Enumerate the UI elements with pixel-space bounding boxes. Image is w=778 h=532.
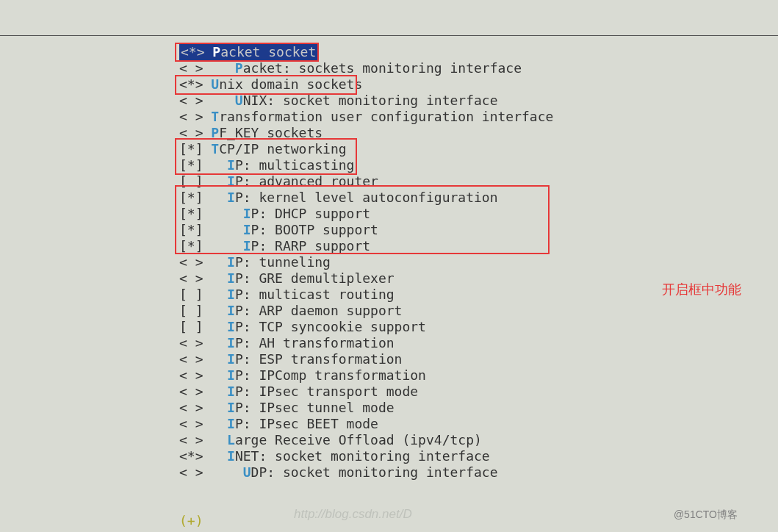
menu-item[interactable]: < > Transformation user configuration in… <box>179 109 553 125</box>
annotation-text: 开启框中功能 <box>662 281 741 298</box>
menu-item[interactable]: [ ] IP: ARP daemon support <box>179 303 553 319</box>
menu-item[interactable]: [*] TCP/IP networking <box>179 141 553 157</box>
menu-item[interactable]: < > IP: GRE demultiplexer <box>179 270 553 287</box>
menuconfig-list: <*> Packet socket< > Packet: sockets mon… <box>179 44 553 481</box>
menu-item[interactable]: [*] IP: RARP support <box>179 238 553 254</box>
menu-item[interactable]: [*] IP: kernel level autoconfiguration <box>179 190 553 206</box>
menu-item[interactable]: [*] IP: BOOTP support <box>179 222 553 238</box>
scroll-indicator: (+) <box>179 513 203 528</box>
menu-item[interactable]: < > IP: IPsec transport mode <box>179 384 553 400</box>
menu-item[interactable]: < > IP: IPComp transformation <box>179 367 553 384</box>
watermark-url: http://blog.csdn.net/D <box>294 507 412 522</box>
menu-item[interactable]: < > Packet: sockets monitoring interface <box>179 60 553 76</box>
menu-item[interactable]: < > IP: IPsec BEET mode <box>179 416 553 432</box>
menu-item[interactable]: [ ] IP: multicast routing <box>179 287 553 303</box>
menu-item[interactable]: < > IP: IPsec tunnel mode <box>179 400 553 416</box>
menu-item[interactable]: [*] IP: DHCP support <box>179 206 553 222</box>
menu-item[interactable]: < > IP: tunneling <box>179 254 553 270</box>
menu-item[interactable]: < > PF_KEY sockets <box>179 125 553 141</box>
menu-item[interactable]: < > Large Receive Offload (ipv4/tcp) <box>179 432 553 448</box>
menu-item[interactable]: <*> INET: socket monitoring interface <box>179 448 553 464</box>
menu-item[interactable]: < > UNIX: socket monitoring interface <box>179 93 553 109</box>
menu-item[interactable]: <*> Packet socket <box>179 44 553 60</box>
menu-item[interactable]: [*] IP: multicasting <box>179 157 553 173</box>
horizontal-divider <box>0 35 778 36</box>
menu-item[interactable]: < > IP: ESP transformation <box>179 351 553 367</box>
menu-item[interactable]: < > UDP: socket monitoring interface <box>179 464 553 481</box>
menu-item[interactable]: <*> Unix domain sockets <box>179 76 553 93</box>
watermark-brand: @51CTO博客 <box>674 508 738 522</box>
menu-item[interactable]: < > IP: AH transformation <box>179 335 553 351</box>
menu-item[interactable]: [ ] IP: TCP syncookie support <box>179 319 553 335</box>
menu-item[interactable]: [ ] IP: advanced router <box>179 173 553 190</box>
